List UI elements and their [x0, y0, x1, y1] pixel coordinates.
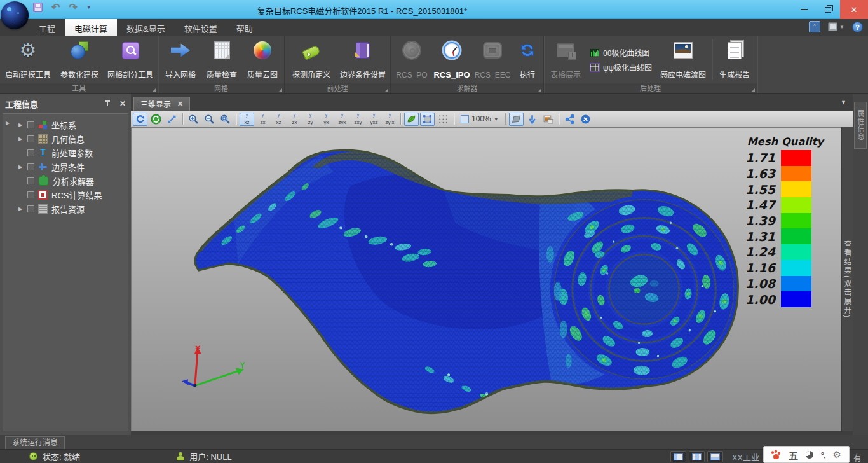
expander-icon[interactable]: ▶ [17, 122, 24, 128]
viewport-3d[interactable]: Mesh Quality 1.711.631.551.471.391.311.2… [131, 127, 841, 431]
minimize-button[interactable] [792, 0, 816, 19]
ribbon-button-1-2[interactable]: 质量云图 [242, 37, 283, 83]
save-icon[interactable] [33, 3, 43, 12]
menu-tab-0[interactable]: 工程 [29, 19, 65, 36]
punctuation-icon[interactable]: °, [821, 450, 825, 460]
ribbon-button-3-3[interactable]: 执行 [513, 37, 542, 83]
tab-close-icon[interactable]: ✕ [177, 100, 183, 108]
view-10-icon[interactable]: yzy x [383, 113, 397, 126]
ribbon-button-1-1[interactable]: 质量检查 [201, 37, 242, 83]
tree-root-expander-icon[interactable]: ▶ [6, 120, 10, 126]
layout-bottom-button[interactable] [707, 451, 723, 462]
orbit-refresh-icon[interactable] [149, 113, 163, 126]
drop-view-icon[interactable] [525, 113, 539, 126]
sphere-cube-icon [69, 39, 90, 61]
ribbon-button-0-2[interactable]: 网格剖分工具 [104, 37, 156, 83]
moon-icon[interactable] [806, 451, 813, 459]
close-button[interactable]: ✕ [840, 0, 868, 19]
tab-list-dropdown-icon[interactable]: ▼ [841, 99, 846, 106]
ime-toolbar[interactable]: 五 °, ⚙ [763, 446, 850, 463]
zoom-level-dropdown[interactable]: 100%▼ [458, 113, 502, 126]
points-grid-icon[interactable] [436, 113, 451, 126]
tab-properties[interactable]: 属性信息 [854, 102, 867, 149]
undo-icon[interactable]: ↶ [51, 3, 60, 12]
view-6-icon[interactable]: yyx [319, 113, 334, 126]
tree-checkbox[interactable] [27, 135, 34, 142]
ribbon-button-small-4-1[interactable]: θθ极化曲线图 [590, 47, 652, 58]
view-9-icon[interactable]: yyxz [367, 113, 381, 126]
wireframe-plane-icon[interactable] [420, 113, 435, 126]
expander-icon[interactable]: ▶ [17, 206, 24, 212]
tree-checkbox[interactable] [27, 177, 34, 184]
leaf-shaded-icon[interactable] [404, 113, 419, 126]
tree-item-6[interactable]: ▶报告资源 [3, 202, 128, 216]
share-view-icon[interactable] [562, 113, 577, 126]
menu-tab-1[interactable]: 电磁计算 [65, 19, 117, 36]
tab-3d-display[interactable]: 三维显示 ✕ [133, 97, 190, 111]
clear-view-icon[interactable] [578, 113, 593, 126]
ribbon-group-label-4: 后处理 [544, 83, 757, 93]
clock-icon [441, 39, 463, 61]
redo-icon[interactable]: ↷ [69, 3, 77, 12]
center-area: 三维显示 ✕ ▼ yxzyzxyxzyzxyzyyyxyzyxyzxyyyxzy… [131, 94, 853, 435]
ribbon-button-2-0[interactable]: 探测角定义 [286, 37, 337, 83]
app-logo-icon[interactable] [1, 1, 29, 29]
panel-close-icon[interactable]: ✕ [119, 99, 126, 108]
qat-dropdown-icon[interactable]: ▼ [86, 4, 92, 10]
ribbon-button-0-0[interactable]: ⚙启动建模工具 [1, 37, 55, 83]
tree-checkbox[interactable] [27, 163, 34, 170]
expander-icon[interactable]: ▶ [17, 136, 24, 142]
zoom-out-icon[interactable] [202, 113, 217, 126]
view-1-icon[interactable]: yxz [240, 113, 254, 126]
ribbon-button-3-2[interactable]: RCS_EEC [472, 37, 513, 83]
ime-wubi-mode[interactable]: 五 [789, 448, 798, 462]
tree-checkbox[interactable] [27, 205, 34, 212]
tab-system-messages[interactable]: 系统运行消息 [5, 436, 65, 449]
tree-item-3[interactable]: ▶边界条件 [3, 160, 128, 174]
pan-arrow-icon[interactable] [165, 113, 179, 126]
ribbon-button-3-1[interactable]: RCS_IPO [431, 37, 472, 83]
view-5-icon[interactable]: yzy [303, 113, 318, 126]
layout-middle-button[interactable] [689, 451, 705, 462]
expander-icon[interactable]: ▶ [17, 164, 24, 170]
view-7-icon[interactable]: yzyx [335, 113, 349, 126]
menu-tab-3[interactable]: 软件设置 [175, 19, 227, 36]
collapse-ribbon-icon[interactable]: ⌃ [809, 21, 820, 32]
tree-checkbox[interactable] [27, 149, 34, 156]
tree-item-0[interactable]: ▶坐标系 [3, 118, 128, 132]
mesh-model[interactable] [132, 128, 841, 431]
ribbon-button-0-1[interactable]: 参数化建模 [55, 37, 104, 83]
restore-button[interactable] [816, 0, 840, 19]
ribbon-button-4-0[interactable]: 表格展示 [545, 37, 586, 83]
results-strip[interactable]: 查看结果(双击展开) [841, 127, 853, 431]
tree-item-1[interactable]: ▶几何信息 [3, 132, 128, 146]
view-4-icon[interactable]: yzx [287, 113, 302, 126]
tree-item-5[interactable]: RCS计算结果 [3, 188, 128, 202]
clip-surface-icon[interactable] [509, 113, 524, 126]
view-2-icon[interactable]: yzx [255, 113, 270, 126]
baidu-paw-icon[interactable] [771, 450, 781, 460]
tree-item-4[interactable]: 分析求解器 [3, 174, 128, 188]
ribbon-button-small-4-2[interactable]: ψψ极化曲线图 [590, 62, 652, 73]
tree-checkbox[interactable] [27, 191, 34, 198]
view-8-icon[interactable]: yzxy [351, 113, 365, 126]
ribbon-button-1-0[interactable]: 导入网格 [159, 37, 201, 83]
ribbon-button-2-1[interactable]: 边界条件设置 [337, 37, 389, 83]
zoom-in-icon[interactable] [186, 113, 201, 126]
ribbon-button-4-4[interactable]: 生成报告 [714, 37, 756, 83]
menu-tab-4[interactable]: 帮助 [227, 19, 262, 36]
view-3-icon[interactable]: yxz [271, 113, 286, 126]
menu-tab-2[interactable]: 数据&显示 [117, 19, 175, 36]
ribbon-button-3-0[interactable]: RCS_PO [392, 37, 431, 83]
help-icon[interactable]: ? [852, 22, 863, 32]
ribbon-button-4-3[interactable]: 感应电磁流图 [656, 37, 710, 83]
ime-settings-gear-icon[interactable]: ⚙ [833, 449, 841, 460]
zoom-fit-icon[interactable] [218, 113, 233, 126]
layout-left-button[interactable] [670, 451, 686, 462]
rotate-icon[interactable] [133, 113, 147, 126]
window-style-button[interactable]: ▼ [828, 22, 844, 31]
tree-item-2[interactable]: T前处理参数 [3, 146, 128, 160]
pin-icon[interactable] [103, 99, 112, 108]
export-image-icon[interactable] [541, 113, 555, 126]
tree-checkbox[interactable] [27, 121, 34, 128]
